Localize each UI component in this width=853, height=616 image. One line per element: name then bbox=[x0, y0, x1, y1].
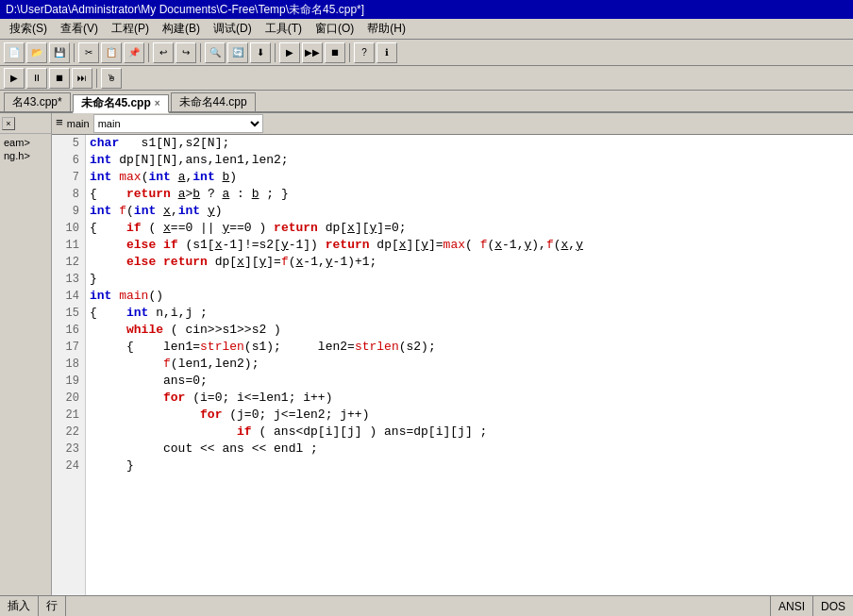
panel-close-btn[interactable]: × bbox=[2, 117, 15, 130]
tb2-btn2[interactable]: ⏸ bbox=[26, 68, 47, 89]
copy-btn[interactable]: 📋 bbox=[101, 42, 122, 63]
status-line: 行 bbox=[39, 596, 66, 616]
line-numbers: 5 6 7 8 9 10 11 12 13 14 15 16 17 18 19 … bbox=[52, 135, 86, 595]
status-spacer bbox=[66, 596, 771, 616]
menu-build[interactable]: 构建(B) bbox=[157, 20, 206, 38]
tb2-btn1[interactable]: ▶ bbox=[4, 68, 25, 89]
func-bar-icon: ≡ bbox=[56, 116, 63, 130]
sidebar-item-2: ng.h> bbox=[2, 149, 49, 162]
code-line-22: if ( ans<dp[i][j] ) ans=dp[i][j] ; bbox=[90, 424, 849, 441]
sidebar: eam> ng.h> bbox=[0, 134, 51, 164]
code-line-13: } bbox=[90, 271, 849, 288]
status-format: DOS bbox=[813, 596, 853, 616]
title-text: D:\UserData\Administrator\My Documents\C… bbox=[6, 2, 364, 18]
menu-view[interactable]: 查看(V) bbox=[55, 20, 104, 38]
code-lines: char s1[N],s2[N]; int dp[N][N],ans,len1,… bbox=[86, 135, 853, 595]
help-btn[interactable]: ? bbox=[354, 42, 375, 63]
code-line-20: for (i=0; i<=len1; i++) bbox=[90, 390, 849, 407]
compile-btn[interactable]: ▶ bbox=[279, 42, 300, 63]
code-line-9: int f(int x,int y) bbox=[90, 203, 849, 220]
sep-4 bbox=[275, 43, 276, 62]
menu-search[interactable]: 搜索(S) bbox=[4, 20, 53, 38]
menu-window[interactable]: 窗口(O) bbox=[309, 20, 360, 38]
tb2-btn3[interactable]: ⏹ bbox=[49, 68, 70, 89]
tb2-btn4[interactable]: ⏭ bbox=[72, 68, 92, 89]
code-line-21: for (j=0; j<=len2; j++) bbox=[90, 407, 849, 424]
code-line-7: int max(int a,int b) bbox=[90, 169, 849, 186]
menu-debug[interactable]: 调试(D) bbox=[208, 20, 258, 38]
code-line-8: { return a>b ? a : b ; } bbox=[90, 186, 849, 203]
new-btn[interactable]: 📄 bbox=[4, 42, 25, 63]
sep-3 bbox=[200, 43, 201, 62]
code-line-16: while ( cin>>s1>>s2 ) bbox=[90, 322, 849, 339]
sep-1 bbox=[74, 43, 75, 62]
code-line-5: char s1[N],s2[N]; bbox=[90, 135, 849, 152]
sep-2 bbox=[148, 43, 149, 62]
toolbar-2: ▶ ⏸ ⏹ ⏭ 🖱 bbox=[0, 66, 853, 91]
run-btn[interactable]: ▶▶ bbox=[302, 42, 323, 63]
menu-tools[interactable]: 工具(T) bbox=[259, 20, 308, 38]
tab-file45[interactable]: 未命名45.cpp × bbox=[73, 94, 169, 113]
save-btn[interactable]: 💾 bbox=[49, 42, 70, 63]
code-line-11: else if (s1[x-1]!=s2[y-1]) return dp[x][… bbox=[90, 237, 849, 254]
code-line-17: { len1=strlen(s1); len2=strlen(s2); bbox=[90, 339, 849, 356]
tab-label-45: 未命名45.cpp bbox=[81, 95, 151, 111]
info-btn[interactable]: ℹ bbox=[376, 42, 397, 63]
code-line-19: ans=0; bbox=[90, 373, 849, 390]
sep-5 bbox=[349, 43, 350, 62]
code-line-18: f(len1,len2); bbox=[90, 356, 849, 373]
tab-label-44: 未命名44.cpp bbox=[179, 94, 247, 110]
sidebar-item-1: eam> bbox=[2, 136, 49, 149]
status-mode: 插入 bbox=[0, 596, 39, 616]
undo-btn[interactable]: ↩ bbox=[153, 42, 174, 63]
code-editor[interactable]: 5 6 7 8 9 10 11 12 13 14 15 16 17 18 19 … bbox=[52, 135, 853, 595]
paste-btn[interactable]: 📌 bbox=[124, 42, 144, 63]
redo-btn[interactable]: ↪ bbox=[176, 42, 196, 63]
func-dropdown[interactable]: main bbox=[93, 114, 263, 133]
tab-bar: 名43.cpp* 未命名45.cpp × 未命名44.cpp bbox=[0, 91, 853, 113]
code-line-6: int dp[N][N],ans,len1,len2; bbox=[90, 152, 849, 169]
replace-btn[interactable]: 🔄 bbox=[227, 42, 248, 63]
find-btn[interactable]: ⬇ bbox=[250, 42, 271, 63]
code-line-10: { if ( x==0 || y==0 ) return dp[x][y]=0; bbox=[90, 220, 849, 237]
stop-btn[interactable]: ⏹ bbox=[325, 42, 345, 63]
status-encoding: ANSI bbox=[771, 596, 813, 616]
tab-file44[interactable]: 未命名44.cpp bbox=[171, 92, 256, 111]
code-line-23: cout << ans << endl ; bbox=[90, 441, 849, 458]
open-btn[interactable]: 📂 bbox=[26, 42, 47, 63]
code-line-12: else return dp[x][y]=f(x-1,y-1)+1; bbox=[90, 254, 849, 271]
code-line-24: } bbox=[90, 458, 849, 474]
title-bar: D:\UserData\Administrator\My Documents\C… bbox=[0, 0, 853, 19]
menu-bar: 搜索(S) 查看(V) 工程(P) 构建(B) 调试(D) 工具(T) 窗口(O… bbox=[0, 19, 853, 40]
search-btn[interactable]: 🔍 bbox=[205, 42, 226, 63]
func-bar: ≡ main main bbox=[52, 113, 853, 135]
tb2-btn5[interactable]: 🖱 bbox=[101, 68, 122, 89]
menu-help[interactable]: 帮助(H) bbox=[361, 20, 411, 38]
tab-file43[interactable]: 名43.cpp* bbox=[4, 92, 71, 111]
status-bar: 插入 行 ANSI DOS bbox=[0, 595, 853, 616]
func-label: main bbox=[67, 118, 90, 129]
sep-6 bbox=[96, 69, 97, 88]
menu-project[interactable]: 工程(P) bbox=[106, 20, 155, 38]
code-line-15: { int n,i,j ; bbox=[90, 305, 849, 322]
toolbar-1: 📄 📂 💾 ✂ 📋 📌 ↩ ↪ 🔍 🔄 ⬇ ▶ ▶▶ ⏹ ? ℹ bbox=[0, 40, 853, 66]
tab-label-43: 名43.cpp* bbox=[12, 94, 62, 110]
cut-btn[interactable]: ✂ bbox=[78, 42, 99, 63]
code-line-14: int main() bbox=[90, 288, 849, 305]
close-icon-45[interactable]: × bbox=[155, 98, 160, 108]
